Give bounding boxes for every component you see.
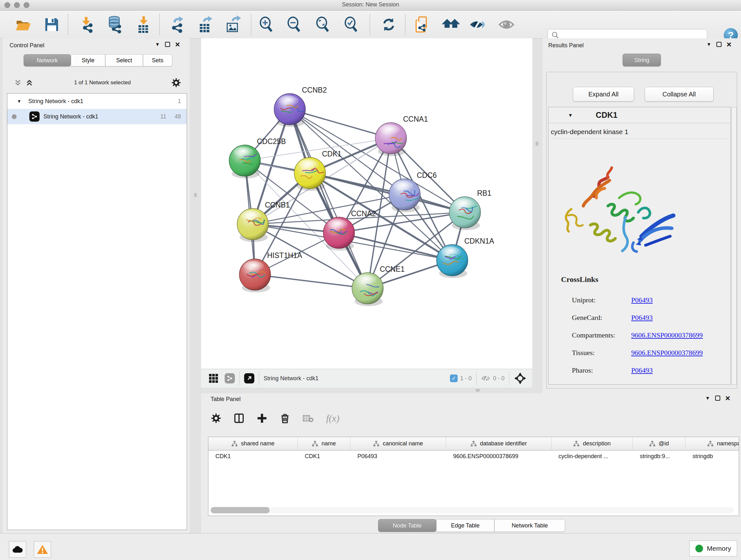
table-horizontal-scrollbar[interactable]	[211, 507, 734, 513]
memory-button[interactable]: Memory	[689, 541, 737, 557]
network-node[interactable]	[436, 245, 468, 278]
column-header-id[interactable]: @id	[633, 437, 685, 450]
uniprot-link[interactable]: P06493	[631, 296, 653, 304]
zoom-selected-button[interactable]	[341, 14, 361, 35]
table-cell[interactable]: CDK1	[298, 450, 350, 462]
export-table-button[interactable]	[195, 14, 215, 35]
column-header-name[interactable]: name	[298, 437, 350, 450]
delete-column-icon[interactable]	[280, 413, 290, 424]
network-node[interactable]	[449, 197, 481, 230]
gene-collapse-arrow[interactable]: ▼	[568, 112, 573, 118]
genecard-link[interactable]: P06493	[631, 314, 653, 321]
save-session-button[interactable]	[42, 14, 62, 35]
open-session-button[interactable]	[13, 14, 33, 35]
table-settings-gear-icon[interactable]	[211, 413, 221, 424]
column-header-database-identifier[interactable]: database identifier	[446, 437, 551, 450]
import-network-from-database-button[interactable]	[105, 14, 125, 35]
table-cell[interactable]: P06493	[350, 450, 446, 462]
control-panel-maximize-button[interactable]	[165, 42, 170, 47]
collapse-all-icon[interactable]	[13, 78, 22, 87]
add-column-icon[interactable]	[257, 413, 267, 424]
splitter-handle[interactable]	[536, 141, 538, 146]
network-node[interactable]	[375, 123, 407, 156]
import-table-from-file-button[interactable]	[133, 14, 153, 35]
network-node[interactable]	[352, 273, 383, 306]
pan-crosshair-icon[interactable]	[514, 372, 527, 385]
compartments-link[interactable]: 9606.ENSP00000378699	[631, 331, 703, 339]
refresh-button[interactable]	[379, 14, 399, 35]
tab-string[interactable]: String	[623, 54, 661, 66]
column-header-description[interactable]: description	[551, 437, 633, 450]
pharos-link[interactable]: P06493	[631, 366, 653, 374]
network-node[interactable]	[237, 208, 268, 242]
network-node[interactable]	[389, 179, 420, 212]
tab-node-table[interactable]: Node Table	[378, 519, 436, 532]
export-image-button[interactable]	[223, 14, 243, 35]
column-header-namespace[interactable]: namespace	[685, 437, 739, 450]
tissues-link[interactable]: 9606.ENSP00000378699	[631, 349, 703, 357]
application-window: Session: New Session	[0, 0, 741, 560]
show-all-button[interactable]	[496, 14, 517, 35]
import-network-from-file-button[interactable]	[77, 14, 97, 35]
string-view-icon[interactable]	[225, 373, 235, 383]
table-cell[interactable]: CDK1	[208, 450, 298, 462]
birds-eye-view-icon[interactable]	[244, 373, 254, 383]
tab-edge-table[interactable]: Edge Table	[436, 519, 494, 532]
expand-all-icon[interactable]	[25, 78, 34, 87]
table-cell[interactable]: cyclin-dependent ...	[551, 450, 633, 462]
selected-checkbox[interactable]: ✓	[450, 374, 458, 382]
table-panel-float-button[interactable]: ▼	[705, 395, 710, 401]
collection-label: String Network - cdk1	[28, 98, 83, 105]
splitter-handle[interactable]	[475, 389, 480, 392]
network-node[interactable]	[323, 217, 354, 251]
gear-icon[interactable]	[171, 78, 181, 88]
table-cell[interactable]: 9606.ENSP00000378699	[446, 450, 551, 462]
network-edge[interactable]	[310, 173, 465, 212]
splitter-handle[interactable]	[194, 193, 197, 197]
results-scrollbar[interactable]	[731, 107, 737, 385]
home-button[interactable]	[441, 14, 461, 35]
network-node[interactable]	[239, 259, 271, 293]
network-collection-row[interactable]: ▼ String Network - cdk1 1	[7, 94, 187, 109]
column-header-shared-name[interactable]: shared name	[208, 437, 298, 450]
tab-sets[interactable]: Sets	[143, 54, 172, 66]
warning-status-button[interactable]	[34, 541, 51, 558]
gene-section-header[interactable]: ▼ CDK1	[548, 107, 731, 123]
results-panel-maximize-button[interactable]	[717, 42, 722, 47]
zoom-out-button[interactable]	[284, 14, 304, 35]
network-node[interactable]	[229, 145, 260, 179]
network-node[interactable]	[274, 94, 306, 127]
tab-network[interactable]: Network	[23, 54, 71, 66]
control-panel-close-button[interactable]: ×	[175, 42, 180, 47]
zoom-fit-button[interactable]	[313, 14, 333, 35]
table-panel-maximize-button[interactable]	[715, 395, 720, 401]
search-input[interactable]	[561, 32, 707, 39]
tab-network-table[interactable]: Network Table	[494, 519, 565, 532]
tab-style[interactable]: Style	[71, 54, 105, 66]
hidden-counts: 0 - 0	[493, 375, 504, 382]
table-panel-close-button[interactable]: ×	[725, 395, 730, 401]
column-header-canonical-name[interactable]: canonical name	[350, 437, 446, 450]
zoom-in-button[interactable]	[256, 14, 276, 35]
show-columns-icon[interactable]	[233, 413, 245, 424]
export-network-button[interactable]	[167, 14, 187, 35]
network-edge[interactable]	[290, 109, 367, 288]
table-cell[interactable]: stringdb:9...	[633, 450, 685, 462]
results-panel-float-button[interactable]: ▼	[706, 42, 711, 47]
network-canvas[interactable]: CCNB2CCNA1CDC25BCDK1CDC6RB1CCNB1CCNA2CDK…	[201, 38, 532, 369]
network-from-selection-button[interactable]	[413, 14, 433, 35]
collection-expand-arrow[interactable]: ▼	[17, 99, 21, 104]
expand-all-button[interactable]: Expand All	[573, 87, 634, 102]
collapse-all-button[interactable]: Collapse All	[645, 87, 714, 102]
cloud-status-button[interactable]	[9, 541, 26, 558]
scrollbar-thumb[interactable]	[211, 507, 270, 513]
network-edge[interactable]	[255, 274, 367, 288]
results-panel-close-button[interactable]: ×	[727, 42, 731, 47]
hide-selected-button[interactable]	[467, 14, 487, 35]
table-cell[interactable]: stringdb	[685, 450, 739, 462]
network-node[interactable]	[294, 158, 326, 191]
grid-view-icon[interactable]	[208, 373, 219, 384]
control-panel-float-button[interactable]: ▼	[155, 42, 160, 47]
tab-select[interactable]: Select	[105, 54, 143, 66]
network-row[interactable]: String Network - cdk1 11 48	[7, 109, 187, 124]
